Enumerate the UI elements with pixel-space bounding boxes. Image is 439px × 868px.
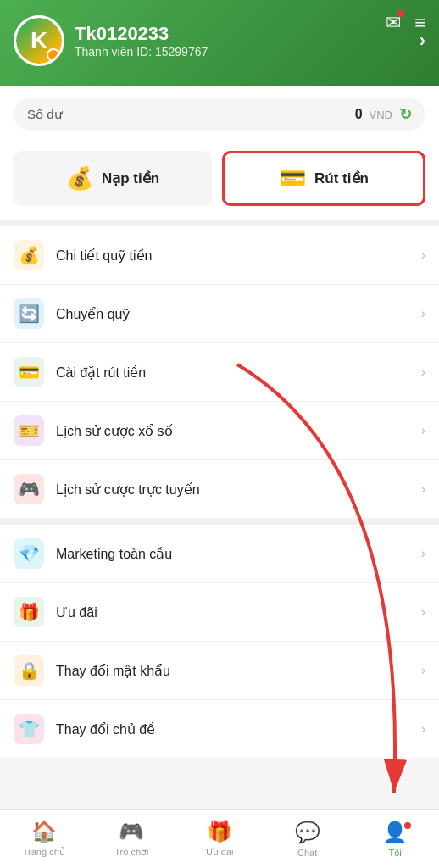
menu-item-label: Cài đặt rút tiền	[56, 364, 409, 381]
menu-item-label: Chuyển quỹ	[56, 306, 409, 322]
chevron-right-icon: ›	[421, 423, 425, 438]
section-divider	[0, 518, 439, 525]
menu-item-label: Chi tiết quỹ tiền	[56, 248, 409, 264]
message-icon-wrapper[interactable]: ✉	[386, 12, 401, 34]
menu-item[interactable]: 💎 Marketing toàn cầu ›	[0, 525, 439, 583]
username: Tk0120233	[75, 23, 208, 45]
chevron-right-icon: ›	[421, 663, 425, 678]
chevron-right-icon: ›	[421, 721, 425, 737]
chevron-right-icon: ›	[421, 364, 425, 380]
chevron-right-icon: ›	[421, 481, 425, 497]
nav-item-chat[interactable]: 💬 Chat	[264, 810, 352, 868]
nav-icon: 🏠	[31, 820, 57, 843]
menu-item[interactable]: 🎫 Lịch sử cược xổ số ›	[0, 402, 439, 460]
nav-item-ưu-đãi[interactable]: 🎁 Ưu đãi	[175, 810, 264, 868]
menu-item-icon: 🔄	[14, 298, 44, 329]
nav-icon: 🎁	[207, 820, 232, 843]
menu-item-label: Thay đổi chủ đề	[56, 721, 409, 737]
header: ✉ ≡ K Tk0120233 Thành viên ID: 15299767 …	[0, 0, 439, 86]
nav-item-trò-chơi[interactable]: 🎮 Trò chơi	[88, 810, 176, 868]
rut-tien-button[interactable]: 💳 Rút tiền	[222, 151, 425, 206]
action-buttons: 💰 Nạp tiền 💳 Rút tiền	[0, 142, 439, 220]
menu-item[interactable]: 💰 Chi tiết quỹ tiền ›	[0, 226, 439, 285]
balance-currency: VND	[370, 108, 392, 121]
nav-icon: 👤	[382, 821, 408, 844]
nav-item-tôi[interactable]: 👤 Tôi	[351, 810, 439, 868]
balance-value: 0 VND ↻	[355, 105, 412, 124]
nap-tien-label: Nạp tiền	[102, 170, 159, 187]
chevron-right-icon: ›	[421, 306, 425, 321]
chevron-right-icon: ›	[421, 546, 425, 561]
balance-row: Số dư 0 VND ↻	[14, 98, 425, 131]
header-text-info: Tk0120233 Thành viên ID: 15299767	[75, 23, 208, 58]
rut-tien-icon: 💳	[279, 165, 306, 192]
menu-item[interactable]: 🎮 Lịch sử cược trực tuyến ›	[0, 460, 439, 518]
nav-label: Chat	[297, 848, 317, 858]
menu-item-label: Lịch sử cược trực tuyến	[56, 481, 409, 498]
nav-icon: 🎮	[119, 820, 144, 843]
menu-item-icon: 👕	[14, 714, 44, 744]
divider-1	[0, 220, 439, 226]
menu-item-icon: 🎫	[14, 415, 44, 446]
menu-item-icon: 🎮	[14, 474, 44, 504]
balance-label: Số dư	[27, 107, 63, 122]
menu-item[interactable]: 🔄 Chuyển quỹ ›	[0, 285, 439, 343]
bottom-nav: 🏠 Trang chủ 🎮 Trò chơi 🎁 Ưu đãi 💬 Chat 👤…	[0, 809, 439, 868]
menu-item-label: Ưu đãi	[56, 604, 409, 620]
nav-label: Trò chơi	[114, 847, 148, 858]
menu-section-1: 💰 Chi tiết quỹ tiền › 🔄 Chuyển quỹ › 💳 C…	[0, 226, 439, 518]
chevron-right-icon: ›	[421, 248, 425, 263]
member-id: Thành viên ID: 15299767	[75, 45, 208, 58]
nap-tien-button[interactable]: 💰 Nạp tiền	[14, 151, 212, 206]
avatar: K	[14, 15, 64, 66]
menu-section-2: 💎 Marketing toàn cầu › 🎁 Ưu đãi › 🔒 Thay…	[0, 525, 439, 758]
menu-item-icon: 🔒	[14, 655, 44, 686]
nap-tien-icon: 💰	[66, 165, 93, 192]
user-info: K Tk0120233 Thành viên ID: 15299767	[14, 15, 208, 66]
page-wrapper: ✉ ≡ K Tk0120233 Thành viên ID: 15299767 …	[0, 0, 439, 817]
menu-item[interactable]: 💳 Cài đặt rút tiền ›	[0, 343, 439, 402]
header-icons: ✉ ≡	[386, 12, 425, 34]
message-badge	[397, 10, 404, 17]
nav-label: Tôi	[389, 848, 402, 858]
rut-tien-label: Rút tiền	[314, 170, 369, 187]
nav-label: Ưu đãi	[206, 847, 234, 858]
menu-icon[interactable]: ≡	[414, 12, 425, 34]
avatar-badge	[47, 48, 60, 62]
menu-item-icon: 💎	[14, 538, 44, 569]
menu-item-icon: 🎁	[14, 597, 44, 627]
refresh-icon[interactable]: ↻	[399, 105, 412, 124]
menu-item[interactable]: 🎁 Ưu đãi ›	[0, 583, 439, 642]
nav-icon: 💬	[295, 821, 320, 844]
menu-item[interactable]: 🔒 Thay đổi mật khẩu ›	[0, 642, 439, 700]
menu-item-icon: 💳	[14, 357, 44, 387]
balance-section: Số dư 0 VND ↻	[0, 86, 439, 142]
nav-item-trang-chủ[interactable]: 🏠 Trang chủ	[0, 810, 88, 868]
menu-item-label: Lịch sử cược xổ số	[56, 423, 409, 439]
balance-amount: 0	[355, 107, 363, 122]
menu-item-icon: 💰	[14, 240, 44, 270]
menu-item-label: Thay đổi mật khẩu	[56, 663, 409, 679]
nav-label: Trang chủ	[23, 847, 65, 858]
menu-item-label: Marketing toàn cầu	[56, 546, 409, 562]
menu-item[interactable]: 👕 Thay đổi chủ đề ›	[0, 700, 439, 758]
chevron-right-icon: ›	[421, 604, 425, 620]
